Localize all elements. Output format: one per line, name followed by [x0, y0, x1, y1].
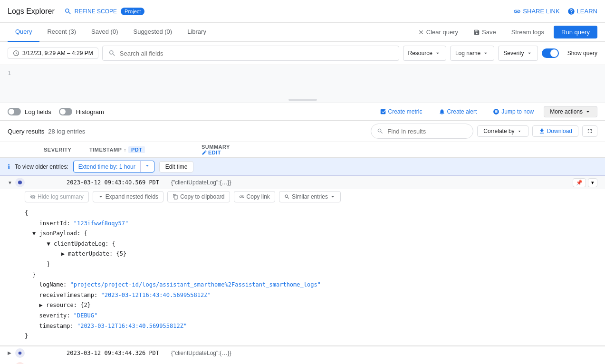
jump-now-icon — [493, 108, 499, 115]
log-row-3[interactable]: ▶ 2023-03-12 09:44:44.603 PDT {"clientUp… — [0, 360, 605, 364]
download-icon — [538, 128, 545, 134]
log-fields-label: Log fields — [25, 108, 51, 115]
extend-time-banner: ℹ To view older entries: Extend time by:… — [0, 158, 605, 176]
log-table: SEVERITY TIMESTAMP ↑ PDT SUMMARY EDIT ℹ … — [0, 142, 605, 364]
json-logname: logName: "projects/project-id/logs/assis… — [25, 280, 597, 290]
download-label: Download — [547, 128, 572, 134]
search-input[interactable] — [120, 50, 393, 57]
time-picker[interactable]: 3/12/23, 9:29 AM – 4:29 PM — [8, 48, 98, 59]
json-insert-id: insertId: "123ifwwf8oqy57" — [25, 219, 597, 229]
histogram-toggle-group: Histogram — [59, 108, 104, 115]
severity-3 — [15, 362, 25, 364]
json-severity: severity: "DEBUG" — [25, 311, 597, 321]
pin-button-1[interactable]: 📌 — [573, 178, 586, 187]
log-name-filter[interactable]: Log name — [450, 46, 494, 61]
tab-recent[interactable]: Recent (3) — [39, 23, 84, 42]
extend-time-button[interactable]: Extend time by: 1 hour — [73, 161, 154, 172]
tab-query[interactable]: Query — [8, 23, 39, 42]
save-button[interactable]: Save — [468, 26, 502, 38]
clear-query-label: Clear query — [426, 29, 458, 36]
similar-icon — [284, 194, 290, 200]
tab-saved[interactable]: Saved (0) — [84, 23, 125, 42]
more-actions-button[interactable]: More actions — [544, 106, 597, 117]
pdt-badge[interactable]: PDT — [128, 146, 145, 153]
edit-time-button[interactable]: Edit time — [159, 161, 194, 172]
sum-2: {"clientUpdateLog":{…}} — [171, 350, 597, 356]
severity-indicator-1 — [15, 178, 25, 187]
query-editor[interactable]: 1 — [0, 65, 605, 103]
copy-link-button[interactable]: Copy link — [234, 191, 275, 202]
expand-nested-button[interactable]: Expand nested fields — [93, 191, 163, 202]
expand-options-1[interactable]: ▾ — [588, 178, 597, 187]
fullscreen-button[interactable] — [582, 125, 597, 137]
json-client-update-log: ▼ clientUpdateLog: { — [25, 239, 597, 249]
share-link-button[interactable]: SHARE LINK — [513, 8, 559, 15]
metric-icon — [380, 108, 386, 115]
find-input-field[interactable] — [387, 128, 467, 135]
find-in-results[interactable] — [371, 124, 473, 139]
more-actions-label: More actions — [550, 108, 583, 115]
extend-time-dropdown[interactable] — [140, 161, 154, 172]
search-bar: 3/12/23, 9:29 AM – 4:29 PM Resource Log … — [0, 42, 605, 65]
log-detail-1: Hide log summary Expand nested fields Co… — [0, 189, 605, 346]
correlate-button[interactable]: Correlate by — [477, 125, 528, 137]
expanded-log-row-1: ▼ 2023-03-12 09:43:40.569 PDT {"clientUp… — [0, 176, 605, 346]
resource-filter[interactable]: Resource — [403, 46, 446, 61]
log-count: 28 log entries — [48, 128, 85, 135]
svg-point-0 — [18, 181, 22, 184]
alert-icon — [439, 108, 445, 115]
log-fields-toggle[interactable] — [8, 108, 21, 115]
json-open-brace: { — [25, 208, 597, 219]
severity-filter[interactable]: Severity — [498, 46, 538, 61]
create-metric-button[interactable]: Create metric — [374, 106, 429, 117]
collapse-icon-1[interactable]: ▼ — [8, 180, 15, 185]
hide-log-summary-button[interactable]: Hide log summary — [25, 191, 89, 202]
nav-actions: Clear query Save Stream logs Run query — [412, 26, 597, 38]
download-button[interactable]: Download — [532, 125, 578, 137]
app-title: Logs Explorer — [8, 7, 55, 16]
hide-icon — [30, 194, 36, 200]
project-badge: Project — [121, 8, 144, 15]
tab-suggested[interactable]: Suggested (0) — [125, 23, 180, 42]
expand-icon-2[interactable]: ▶ — [8, 350, 15, 355]
link-icon — [239, 194, 245, 200]
log-row-2[interactable]: ▶ 2023-03-12 09:43:44.326 PDT {"clientUp… — [0, 346, 605, 360]
learn-button[interactable]: LEARN — [567, 8, 597, 15]
extend-message: To view older entries: — [15, 163, 68, 170]
tab-library[interactable]: Library — [180, 23, 214, 42]
controls-right: Create metric Create alert Jump to now M… — [374, 106, 597, 117]
similar-entries-label: Similar entries — [292, 193, 328, 200]
clear-query-button[interactable]: Clear query — [412, 26, 464, 38]
refine-scope-button[interactable]: REFINE SCOPE — [64, 8, 117, 15]
copy-link-label: Copy link — [247, 193, 270, 200]
nav-tabs: Query Recent (3) Saved (0) Suggested (0)… — [0, 23, 605, 42]
histogram-label: Histogram — [76, 108, 104, 115]
row-actions-1: 📌 ▾ — [573, 178, 597, 187]
edit-badge[interactable]: EDIT — [202, 150, 597, 155]
clear-icon — [418, 29, 424, 36]
run-query-button[interactable]: Run query — [554, 26, 597, 38]
search-icon — [108, 49, 116, 57]
jump-to-now-button[interactable]: Jump to now — [487, 106, 540, 117]
extend-time-main[interactable]: Extend time by: 1 hour — [74, 162, 140, 172]
copy-clipboard-button[interactable]: Copy to clipboard — [167, 191, 230, 202]
similar-entries-button[interactable]: Similar entries — [279, 191, 341, 202]
results-bar: Query results 28 log entries Correlate b… — [0, 121, 605, 142]
create-alert-button[interactable]: Create alert — [432, 106, 483, 117]
stream-logs-button[interactable]: Stream logs — [506, 26, 550, 38]
sort-arrow: ↑ — [124, 147, 126, 153]
editor-scrollbar[interactable] — [288, 99, 317, 101]
histogram-toggle[interactable] — [59, 108, 72, 115]
log-row-header-1[interactable]: ▼ 2023-03-12 09:43:40.569 PDT {"clientUp… — [0, 176, 605, 189]
results-bar-right: Correlate by Download — [371, 124, 597, 139]
show-query-toggle-control[interactable] — [542, 48, 559, 58]
debug-icon-2 — [18, 351, 22, 355]
learn-icon — [567, 8, 575, 15]
dropdown-arrow-icon — [434, 50, 441, 57]
detail-toolbar: Hide log summary Expand nested fields Co… — [25, 189, 597, 204]
log-body: ℹ To view older entries: Extend time by:… — [0, 158, 605, 364]
info-icon: ℹ — [8, 163, 10, 171]
search-field[interactable] — [102, 46, 399, 61]
time-range-label: 3/12/23, 9:29 AM – 4:29 PM — [22, 50, 93, 57]
edit-icon — [202, 150, 207, 155]
